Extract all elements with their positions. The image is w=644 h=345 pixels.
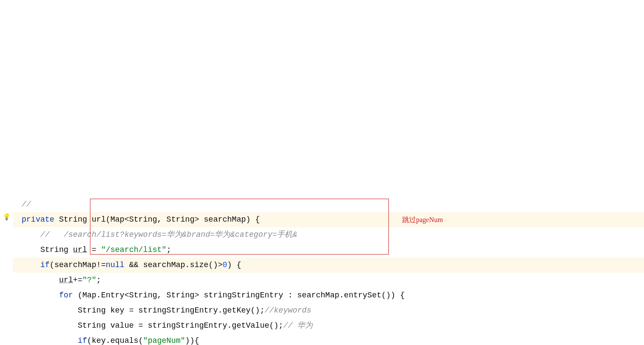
code-text: ;	[167, 245, 171, 254]
comment: // /search/list?keywords=华为&brand=华为&cat…	[40, 230, 297, 239]
string: "pageNum"	[143, 336, 185, 345]
number: 0	[223, 261, 227, 269]
keyword: if	[78, 336, 87, 345]
keyword: private	[22, 215, 54, 224]
comment: //keywords	[265, 306, 311, 315]
keyword: if	[40, 261, 50, 269]
code-text: ;	[96, 276, 101, 284]
code-text: ) {	[227, 261, 241, 269]
code-text: String	[40, 245, 73, 254]
variable: url	[73, 245, 87, 254]
editor-gutter: 💡	[0, 61, 13, 345]
comment: //	[22, 200, 31, 209]
code-text: && searchMap.size()>	[125, 261, 223, 269]
code-editor[interactable]: 💡 跳过pageNum //private String url(Map<Str…	[0, 61, 644, 345]
lightbulb-icon[interactable]: 💡	[3, 214, 10, 221]
code-text: (searchMap!=	[50, 261, 106, 269]
variable: url	[59, 276, 73, 284]
string: "?"	[82, 276, 96, 284]
code-text: String url(Map<String, String> searchMap…	[54, 215, 260, 224]
code-text: =	[87, 245, 101, 254]
code-text: (Map.Entry<String, String> stringStringE…	[73, 291, 405, 300]
code-text: (key.equals(	[87, 336, 143, 345]
code-text: String key = stringStringEntry.getKey();	[78, 306, 265, 315]
string: "/search/list"	[101, 245, 167, 254]
comment: // 华为	[283, 321, 313, 330]
code-text: +=	[73, 276, 83, 284]
annotation-text: 跳过pageNum	[402, 212, 443, 227]
code-text: )){	[185, 336, 199, 345]
code-text: String value = stringStringEntry.getValu…	[78, 321, 283, 330]
code-content[interactable]: //private String url(Map<String, String>…	[13, 197, 644, 345]
keyword: null	[106, 261, 124, 269]
keyword: for	[59, 291, 73, 300]
